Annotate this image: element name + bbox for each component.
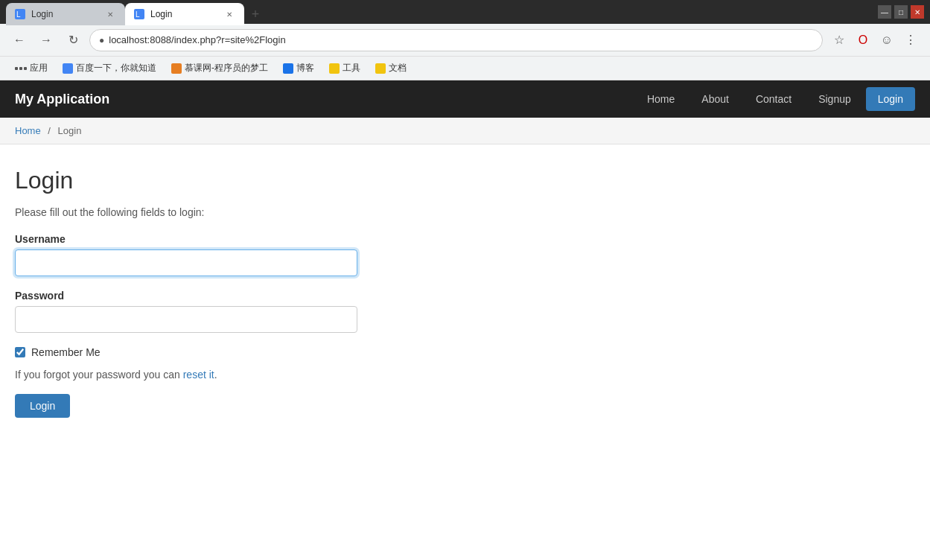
breadcrumb: Home / Login [0,118,930,144]
bookmark-docs-label: 文档 [389,62,407,74]
form-subtitle: Please fill out the following fields to … [15,206,915,218]
bookmark-blog-label: 博客 [296,62,314,74]
tab-close-1[interactable]: ✕ [104,8,116,20]
remember-me-checkbox[interactable] [15,347,25,357]
profile-button[interactable]: ☺ [876,30,897,51]
tab-title-2: Login [150,9,217,19]
login-button[interactable]: Login [15,394,70,418]
window-controls: — □ ✕ [878,5,924,19]
page-title: Login [15,167,915,194]
svg-text:L: L [136,10,140,19]
reset-link[interactable]: reset it [183,369,214,381]
new-tab-button[interactable]: + [244,3,267,25]
bookmark-docs[interactable]: 文档 [369,60,413,76]
bookmark-tools-label: 工具 [343,62,360,74]
tab-close-2[interactable]: ✕ [223,8,235,20]
bookmark-apps-label: 应用 [30,62,48,74]
password-input[interactable] [15,306,357,333]
password-label: Password [15,290,357,302]
nav-bar: ← → ↻ ● localhost:8088/index.php?r=site%… [0,24,930,57]
maximize-button[interactable]: □ [894,5,908,19]
username-input[interactable] [15,249,357,276]
password-group: Password [15,290,357,333]
bookmark-baidu-icon [63,63,73,74]
bookmark-imooc[interactable]: 慕课网-程序员的梦工 [165,60,274,76]
tab-favicon-2: L [134,9,144,19]
bookmark-blog[interactable]: 博客 [277,60,320,76]
bookmarks-bar: 应用 百度一下，你就知道 慕课网-程序员的梦工 博客 工具 文档 [0,57,930,80]
back-button[interactable]: ← [9,30,30,51]
username-label: Username [15,233,357,245]
nav-home[interactable]: Home [635,87,687,111]
nav-contact[interactable]: Contact [744,87,803,111]
breadcrumb-current: Login [58,125,82,136]
app-wrapper: My Application Home About Contact Signup… [0,80,930,533]
nav-login[interactable]: Login [866,87,915,111]
bookmark-star-button[interactable]: ☆ [829,30,850,51]
bookmark-apps[interactable]: 应用 [9,60,54,76]
address-bar[interactable]: ● localhost:8088/index.php?r=site%2Flogi… [89,29,823,51]
remember-me-label: Remember Me [31,346,101,358]
bookmark-imooc-label: 慕课网-程序员的梦工 [185,62,268,74]
main-content: Login Please fill out the following fiel… [0,144,930,440]
reload-button[interactable]: ↻ [63,30,83,51]
svg-text:L: L [16,10,21,19]
breadcrumb-home[interactable]: Home [15,125,41,136]
apps-grid-icon [15,67,27,70]
breadcrumb-separator: / [48,125,51,136]
username-group: Username [15,233,357,276]
title-bar: L Login ✕ L Login ✕ + — □ ✕ [0,0,930,24]
bookmark-tools-icon [329,63,340,74]
bookmark-tools[interactable]: 工具 [323,60,366,76]
opera-button[interactable]: O [853,30,873,51]
browser-tab-2[interactable]: L Login ✕ [125,3,244,25]
browser-tab-1[interactable]: L Login ✕ [6,3,125,25]
address-text: localhost:8088/index.php?r=site%2Flogin [109,34,813,45]
tab-favicon-1: L [15,9,25,19]
menu-button[interactable]: ⋮ [900,30,921,51]
bookmark-imooc-icon [171,63,182,74]
app-navbar: My Application Home About Contact Signup… [0,80,930,118]
bookmark-blog-icon [283,63,293,74]
app-brand: My Application [15,92,109,107]
tab-title-1: Login [31,9,98,19]
nav-about[interactable]: About [689,87,741,111]
forward-button[interactable]: → [36,30,57,51]
forgot-password-text: If you forgot your password you can rese… [15,369,915,381]
nav-signup[interactable]: Signup [806,87,863,111]
bookmark-baidu-label: 百度一下，你就知道 [76,62,156,74]
security-icon: ● [99,35,104,45]
bookmark-baidu[interactable]: 百度一下，你就知道 [57,60,162,76]
remember-me-row: Remember Me [15,346,915,358]
app-nav-links: Home About Contact Signup Login [635,87,915,111]
browser-chrome: L Login ✕ L Login ✕ + — □ ✕ ← → [0,0,930,80]
close-button[interactable]: ✕ [911,5,924,19]
nav-actions: ☆ O ☺ ⋮ [829,30,921,51]
minimize-button[interactable]: — [878,5,891,19]
forgot-suffix: . [214,369,217,381]
bookmark-docs-icon [375,63,386,74]
forgot-prefix: If you forgot your password you can [15,369,183,381]
